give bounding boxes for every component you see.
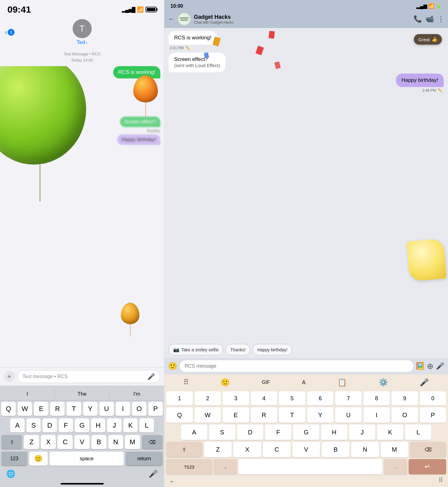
android-more-icon[interactable]: ⋮	[438, 15, 444, 23]
key-5[interactable]: 5	[279, 391, 306, 405]
android-layout-icon[interactable]: ⠿	[438, 477, 443, 484]
key-t[interactable]: T	[66, 402, 81, 416]
key-p[interactable]: P	[148, 402, 163, 416]
key-4[interactable]: 4	[251, 391, 278, 405]
ios-bubble-1[interactable]: RCS is working!	[113, 66, 160, 78]
key-emoji[interactable]: 🙂	[29, 452, 48, 466]
android-voice-button[interactable]: 🎤	[436, 362, 444, 370]
akey-p[interactable]: P	[420, 407, 446, 423]
akey-delete[interactable]: ⌫	[410, 442, 446, 457]
akey-z[interactable]: Z	[204, 442, 232, 457]
autocomplete-im[interactable]: I'm	[110, 389, 164, 399]
akey-j[interactable]: J	[349, 425, 375, 440]
key-g[interactable]: G	[75, 418, 89, 433]
android-message-input[interactable]	[180, 360, 414, 372]
key-j[interactable]: J	[107, 418, 122, 433]
android-kbd-mic-icon[interactable]: 🎤	[418, 377, 430, 388]
akey-m[interactable]: M	[381, 442, 409, 457]
android-emoji-button[interactable]: 🙂	[168, 362, 177, 370]
key-x[interactable]: X	[41, 435, 56, 449]
akey-x[interactable]: X	[233, 442, 261, 457]
akey-d[interactable]: D	[237, 425, 263, 440]
key-h[interactable]: H	[91, 418, 106, 433]
key-y[interactable]: Y	[83, 402, 98, 416]
akey-f[interactable]: F	[265, 425, 291, 440]
akey-s[interactable]: S	[209, 425, 235, 440]
android-kbd-clipboard-icon[interactable]: 📋	[336, 377, 348, 388]
android-phone-icon[interactable]: 📞	[414, 15, 422, 23]
android-kbd-translate-icon[interactable]: A	[301, 378, 307, 387]
ios-back-button[interactable]: ‹ 1	[5, 28, 14, 36]
key-delete[interactable]: ⌫	[142, 435, 163, 449]
key-o[interactable]: O	[132, 402, 146, 416]
key-n[interactable]: N	[108, 435, 123, 449]
akey-shift[interactable]: ⇧	[166, 442, 202, 457]
akey-c[interactable]: C	[263, 442, 291, 457]
key-d[interactable]: D	[42, 418, 57, 433]
ios-reaction[interactable]: 👍 Great	[3, 72, 26, 81]
key-9[interactable]: 9	[391, 391, 418, 405]
ios-keyboard-mic[interactable]: 🎤	[149, 469, 158, 478]
quick-reply-birthday[interactable]: Happy birthday!	[253, 344, 292, 355]
akey-i[interactable]: I	[363, 407, 390, 423]
akey-a[interactable]: A	[181, 425, 207, 440]
android-kbd-settings-icon[interactable]: ⚙️	[378, 377, 389, 388]
key-l[interactable]: L	[139, 418, 154, 433]
android-attach-button[interactable]: 🖼️	[416, 362, 424, 370]
key-q[interactable]: Q	[1, 402, 16, 416]
autocomplete-the[interactable]: The	[55, 389, 110, 399]
akey-e[interactable]: E	[222, 407, 249, 423]
key-123[interactable]: 123	[1, 452, 27, 466]
key-k[interactable]: K	[123, 418, 138, 433]
key-space[interactable]: space	[50, 452, 124, 466]
key-7[interactable]: 7	[335, 391, 362, 405]
android-bubble-2[interactable]: Screen effect? (sent with Loud Effect)	[169, 53, 226, 72]
key-3[interactable]: 3	[222, 391, 249, 405]
akey-y[interactable]: Y	[307, 407, 334, 423]
akey-w[interactable]: W	[194, 407, 221, 423]
android-back-button[interactable]: ←	[168, 15, 175, 23]
android-bubble-3[interactable]: Happy birthday!	[396, 74, 444, 87]
android-kbd-gif-icon[interactable]: GIF	[261, 378, 271, 386]
key-u[interactable]: U	[99, 402, 114, 416]
akey-t[interactable]: T	[279, 407, 306, 423]
akey-b[interactable]: B	[322, 442, 350, 457]
key-8[interactable]: 8	[363, 391, 390, 405]
key-c[interactable]: C	[58, 435, 73, 449]
akey-k[interactable]: K	[377, 425, 403, 440]
key-r[interactable]: R	[50, 402, 65, 416]
key-z[interactable]: Z	[24, 435, 39, 449]
akey-enter[interactable]: ↵	[409, 459, 446, 474]
key-0[interactable]: 0	[420, 391, 446, 405]
akey-comma[interactable]: ,	[214, 459, 237, 474]
key-i[interactable]: I	[116, 402, 130, 416]
android-kbd-apps-icon[interactable]: ⠿	[182, 377, 190, 388]
android-kbd-sticker-icon[interactable]: 🙂	[219, 377, 231, 388]
ios-add-button[interactable]: +	[4, 371, 15, 382]
key-e[interactable]: E	[34, 402, 48, 416]
android-plus-button[interactable]: ⊕	[427, 361, 434, 371]
key-2[interactable]: 2	[194, 391, 221, 405]
key-f[interactable]: F	[59, 418, 73, 433]
key-w[interactable]: W	[18, 402, 32, 416]
quick-reply-selfie[interactable]: 📷 Take a smiley selfie	[169, 344, 223, 355]
key-b[interactable]: B	[91, 435, 106, 449]
akey-g[interactable]: G	[293, 425, 319, 440]
android-video-icon[interactable]: 📹	[426, 15, 434, 23]
key-a[interactable]: A	[10, 418, 25, 433]
key-6[interactable]: 6	[307, 391, 334, 405]
ios-contact-name[interactable]: Ted	[77, 39, 85, 46]
key-1[interactable]: 1	[166, 391, 193, 405]
akey-o[interactable]: O	[391, 407, 418, 423]
akey-special[interactable]: ?123	[166, 459, 212, 474]
akey-u[interactable]: U	[335, 407, 362, 423]
android-reaction-bubble[interactable]: Great 👍	[414, 34, 442, 45]
key-v[interactable]: V	[74, 435, 90, 449]
akey-v[interactable]: V	[292, 442, 320, 457]
akey-space[interactable]	[238, 459, 382, 474]
quick-reply-thanks[interactable]: Thanks!	[226, 344, 250, 355]
key-m[interactable]: M	[125, 435, 140, 449]
akey-h[interactable]: H	[321, 425, 347, 440]
akey-r[interactable]: R	[251, 407, 278, 423]
key-shift[interactable]: ⇧	[1, 435, 22, 449]
